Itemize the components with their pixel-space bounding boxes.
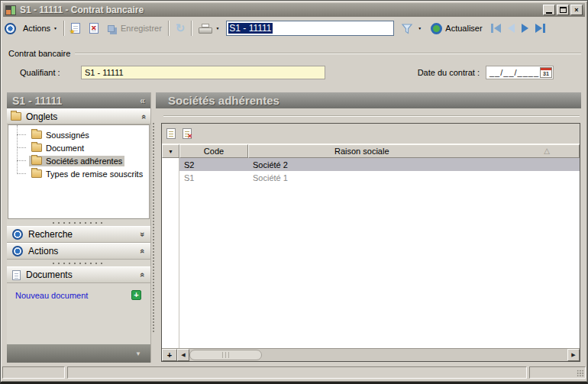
onglets-bar[interactable]: Onglets « bbox=[7, 108, 150, 124]
target-icon bbox=[12, 246, 23, 257]
chevron-down-icon: ▼ bbox=[418, 26, 422, 31]
sidebar-header-title: S1 - 11111 bbox=[12, 95, 140, 107]
recherche-bar[interactable]: Recherche » bbox=[7, 226, 150, 243]
column-header-raison-sociale[interactable]: Raison sociale △ bbox=[248, 144, 580, 158]
window-title: S1 - 11111 - Contrat bancaire bbox=[20, 5, 543, 15]
app-icon bbox=[5, 5, 16, 15]
status-bar bbox=[2, 366, 586, 379]
sidebar-splitter[interactable] bbox=[7, 260, 150, 266]
tree-item-types-de-remise[interactable]: Types de remise souscrits bbox=[8, 167, 149, 180]
onglets-label: Onglets bbox=[26, 111, 137, 122]
grid-header-row: ▼ Code Raison sociale △ bbox=[162, 144, 580, 158]
status-pane-left bbox=[2, 366, 65, 379]
horizontal-scrollbar: + ◀ ▶ bbox=[162, 348, 580, 361]
grid-toolbar: ✕ bbox=[162, 124, 580, 144]
nouveau-document-link[interactable]: Nouveau document bbox=[15, 291, 131, 300]
delete-x-icon: ✕ bbox=[187, 133, 192, 140]
cell-code: S1 bbox=[179, 173, 248, 182]
chevron-down-icon: ▼ bbox=[215, 26, 219, 31]
close-button[interactable]: × bbox=[570, 5, 583, 15]
grid-add-button[interactable]: + bbox=[162, 349, 177, 361]
title-bar[interactable]: S1 - 11111 - Contrat bancaire × bbox=[3, 3, 585, 17]
actions-label: Actions bbox=[28, 246, 135, 257]
tree-item-soussignes[interactable]: Soussignés bbox=[8, 128, 149, 141]
chevrons-up-icon[interactable]: « bbox=[140, 114, 149, 118]
add-document-button[interactable]: + bbox=[131, 290, 141, 300]
grid-delete-row-button[interactable]: ✕ bbox=[183, 128, 192, 139]
scroll-left-button[interactable]: ◀ bbox=[177, 349, 189, 361]
cell-raison-sociale: Société 1 bbox=[248, 173, 580, 182]
status-pane-middle bbox=[67, 366, 527, 379]
minimize-button[interactable] bbox=[543, 5, 555, 15]
sidebar-header: S1 - 11111 « bbox=[7, 92, 150, 108]
nav-last-button[interactable] bbox=[535, 24, 545, 33]
refresh-circle-icon bbox=[431, 23, 442, 34]
actions-menu-button[interactable]: Actions ▼ bbox=[21, 22, 60, 34]
record-search-input[interactable]: S1 - 11111 bbox=[226, 21, 394, 36]
chevrons-down-icon[interactable]: » bbox=[138, 232, 147, 237]
chevrons-up-icon[interactable]: « bbox=[138, 249, 147, 253]
cell-code: S2 bbox=[179, 160, 248, 169]
nav-previous-button[interactable] bbox=[508, 24, 515, 33]
grid-new-row-button[interactable] bbox=[166, 128, 176, 139]
toolbar-separator bbox=[168, 21, 170, 36]
delete-record-button[interactable]: ✕ bbox=[87, 21, 101, 35]
target-icon bbox=[12, 229, 23, 240]
main-panel: Sociétés adhérentes ✕ ▼ Code Raison soci… bbox=[156, 92, 581, 363]
app-window: S1 - 11111 - Contrat bancaire × Actions … bbox=[0, 0, 588, 384]
table-row-s2[interactable]: S2 Société 2 bbox=[179, 158, 580, 171]
group-title: Contrat bancaire bbox=[8, 49, 70, 58]
sidebar-bottom-bar[interactable]: ▼ bbox=[7, 344, 150, 363]
row-indicator-icon: ▼ bbox=[168, 149, 173, 154]
qualifiant-field[interactable]: S1 - 11111 bbox=[81, 66, 325, 79]
cell-raison-sociale: Société 2 bbox=[248, 160, 580, 169]
grid-body: S2 Société 2 S1 Société 1 bbox=[162, 158, 580, 348]
table-row-s1[interactable]: S1 Société 1 bbox=[179, 171, 580, 184]
maximize-icon bbox=[560, 7, 567, 13]
calendar-icon[interactable]: 31 bbox=[540, 67, 552, 78]
maximize-button[interactable] bbox=[557, 5, 569, 15]
row-indicator-header[interactable]: ▼ bbox=[162, 144, 179, 158]
actualiser-button[interactable]: Actualiser bbox=[428, 21, 484, 36]
chevron-down-icon: ▼ bbox=[53, 26, 57, 31]
documents-bar[interactable]: Documents « bbox=[7, 266, 150, 283]
collapse-sidebar-button[interactable]: « bbox=[140, 95, 145, 106]
sidebar: S1 - 11111 « Onglets « Soussignés Docume… bbox=[7, 92, 151, 363]
save-button[interactable]: Enregistrer bbox=[105, 22, 164, 34]
print-button[interactable]: ▼ bbox=[196, 22, 221, 35]
date-du-contrat-field[interactable]: __/__/____ 31 bbox=[486, 66, 554, 79]
page-title: Sociétés adhérentes bbox=[168, 94, 279, 107]
filter-icon bbox=[401, 23, 413, 34]
refresh-data-button[interactable]: ↻ bbox=[173, 21, 188, 35]
delete-page-icon: ✕ bbox=[89, 23, 99, 34]
nav-next-icon bbox=[522, 24, 528, 33]
folder-icon bbox=[31, 144, 42, 152]
nouveau-document-row: Nouveau document + bbox=[7, 283, 150, 300]
folder-icon bbox=[31, 131, 42, 139]
group-divider bbox=[75, 53, 581, 54]
sidebar-splitter[interactable] bbox=[7, 219, 150, 226]
group-divider bbox=[163, 115, 580, 117]
actions-bar[interactable]: Actions « bbox=[7, 243, 150, 260]
tree-item-societes-adherentes[interactable]: Sociétés adhérentes bbox=[8, 154, 149, 167]
folder-icon bbox=[11, 112, 21, 121]
nav-first-icon bbox=[491, 24, 493, 33]
new-page-icon: ★ bbox=[71, 23, 80, 34]
scroll-right-button[interactable]: ▶ bbox=[567, 349, 580, 361]
column-header-code[interactable]: Code bbox=[179, 144, 248, 158]
filter-dropdown-button[interactable]: ▼ bbox=[415, 24, 424, 32]
tree-item-document[interactable]: Document bbox=[8, 141, 149, 154]
nav-first-button[interactable] bbox=[491, 24, 501, 33]
target-icon bbox=[5, 23, 16, 34]
new-record-button[interactable]: ★ bbox=[69, 21, 82, 35]
main-toolbar: Actions ▼ ★ ✕ Enregistrer ↻ ▼ S1 - 11111 bbox=[5, 18, 583, 38]
scrollbar-track[interactable] bbox=[262, 349, 567, 361]
resize-grip[interactable] bbox=[577, 369, 584, 377]
chevron-down-icon[interactable]: ▼ bbox=[135, 350, 141, 357]
save-icon bbox=[108, 25, 115, 32]
filter-button[interactable] bbox=[399, 21, 415, 36]
chevrons-up-icon[interactable]: « bbox=[138, 273, 147, 277]
documents-label: Documents bbox=[26, 269, 135, 280]
nav-next-button[interactable] bbox=[522, 24, 528, 33]
scrollbar-thumb[interactable] bbox=[189, 350, 262, 360]
